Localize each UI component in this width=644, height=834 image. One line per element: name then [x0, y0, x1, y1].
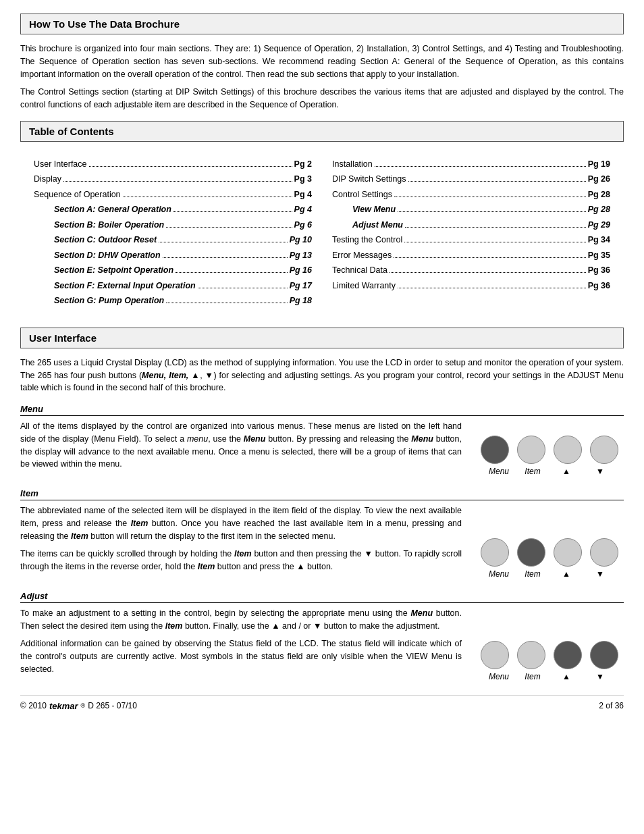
toc-entry-installation: InstallationPg 19	[332, 157, 610, 172]
item-label: Item	[518, 467, 547, 476]
menu-subsection-text: All of the items displayed by the contro…	[20, 420, 462, 476]
up-label-2: ▲	[552, 569, 581, 579]
toc-entry-view-menu: View MenuPg 28	[332, 202, 610, 217]
up-button	[554, 436, 582, 464]
adjust-subsection-text: To make an adjustment to a setting in th…	[20, 607, 462, 681]
up-label: ▲	[552, 467, 581, 476]
item-button	[517, 436, 545, 464]
menu-subsection-content: All of the items displayed by the contro…	[20, 420, 624, 476]
down-label-2: ▼	[586, 569, 614, 579]
menu-label-2: Menu	[485, 569, 513, 579]
down-button-2	[590, 538, 618, 567]
user-interface-section: User Interface The 265 uses a Liquid Cry…	[20, 328, 624, 681]
toc-title: Table of Contents	[20, 121, 624, 142]
toc-entry-technical: Technical DataPg 36	[332, 263, 610, 278]
down-label-3: ▼	[586, 672, 614, 681]
up-button-3	[554, 641, 582, 669]
menu-subsection-visual: Menu Item ▲ ▼	[475, 420, 624, 476]
item-subsection-content: The abbreviated name of the selected ite…	[20, 504, 624, 579]
item-subsection-text: The abbreviated name of the selected ite…	[20, 504, 462, 579]
up-button-2	[554, 538, 582, 567]
adjust-subsection-header: Adjust	[20, 591, 624, 603]
toc-entry-dip: DIP Switch SettingsPg 26	[332, 172, 610, 187]
item-subsection-visual: Menu Item ▲ ▼	[475, 504, 624, 579]
down-label: ▼	[586, 467, 614, 476]
adjust-subsection-visual: Menu Item ▲ ▼	[475, 607, 624, 681]
menu-label-3: Menu	[485, 672, 513, 681]
toc-entry-sequence: Sequence of OperationPg 4	[34, 187, 312, 203]
menu-button	[481, 436, 509, 464]
item-label-3: Item	[518, 672, 547, 681]
menu-button-3	[481, 641, 509, 669]
menu-subsection: Menu All of the items displayed by the c…	[20, 404, 624, 476]
adjust-subsection: Adjust To make an adjustment to a settin…	[20, 591, 624, 681]
how-to-use-title: How To Use The Data Brochure	[20, 14, 624, 34]
menu-button-labels: Menu Item ▲ ▼	[485, 467, 614, 476]
how-to-use-para1: This brochure is organized into four mai…	[20, 43, 624, 80]
down-button	[590, 436, 618, 464]
toc-entry-section-c: Section C: Outdoor ResetPg 10	[34, 232, 312, 248]
toc-entry-section-g: Section G: Pump OperationPg 18	[34, 293, 312, 309]
adjust-button-row	[481, 641, 618, 669]
brand-name: tekmar	[49, 701, 78, 711]
copyright: © 2010	[20, 701, 47, 710]
toc-entry-display: DisplayPg 3	[34, 172, 312, 187]
adjust-button-labels: Menu Item ▲ ▼	[485, 672, 614, 681]
item-subsection-header: Item	[20, 488, 624, 500]
how-to-use-section: How To Use The Data Brochure This brochu…	[20, 14, 624, 111]
item-button-row	[481, 538, 618, 567]
page-number: 2 of 36	[599, 701, 624, 711]
toc-grid: User InterfacePg 2 DisplayPg 3 Sequence …	[20, 150, 624, 315]
menu-button-2	[481, 538, 509, 567]
footer: © 2010 tekmar ® D 265 - 07/10 2 of 36	[20, 695, 624, 711]
user-interface-intro: The 265 uses a Liquid Crystal Display (L…	[20, 357, 624, 394]
toc-entry-error: Error MessagesPg 35	[332, 248, 610, 263]
toc-entry-control-settings: Control SettingsPg 28	[332, 187, 610, 203]
toc-entry-section-d: Section D: DHW OperationPg 13	[34, 248, 312, 263]
toc-entry-testing: Testing the ControlPg 34	[332, 232, 610, 248]
toc-entry-warranty: Limited WarrantyPg 36	[332, 278, 610, 294]
item-subsection: Item The abbreviated name of the selecte…	[20, 488, 624, 579]
adjust-subsection-content: To make an adjustment to a setting in th…	[20, 607, 624, 681]
menu-button-row	[481, 436, 618, 464]
toc-entry-adjust-menu: Adjust MenuPg 29	[332, 217, 610, 233]
toc-left-col: User InterfacePg 2 DisplayPg 3 Sequence …	[34, 157, 312, 309]
user-interface-title: User Interface	[20, 328, 624, 348]
menu-subsection-header: Menu	[20, 404, 624, 416]
item-button-labels: Menu Item ▲ ▼	[485, 569, 614, 579]
item-button-2	[517, 538, 545, 567]
toc-entry-section-a: Section A: General OperationPg 4	[34, 202, 312, 217]
menu-label: Menu	[485, 467, 513, 476]
how-to-use-para2: The Control Settings section (starting a…	[20, 86, 624, 111]
item-label-2: Item	[518, 569, 547, 579]
toc-entry-section-b: Section B: Boiler OperationPg 6	[34, 217, 312, 233]
trademark: ®	[81, 702, 86, 709]
item-button-3	[517, 641, 545, 669]
toc-entry-section-e: Section E: Setpoint OperationPg 16	[34, 263, 312, 278]
down-button-3	[590, 641, 618, 669]
toc-entry-user-interface: User InterfacePg 2	[34, 157, 312, 172]
toc-entry-section-f: Section F: External Input OperationPg 17	[34, 278, 312, 294]
doc-number: D 265 - 07/10	[88, 701, 137, 710]
toc-right-col: InstallationPg 19 DIP Switch SettingsPg …	[332, 157, 610, 309]
toc-section: Table of Contents User InterfacePg 2 Dis…	[20, 121, 624, 315]
footer-left: © 2010 tekmar ® D 265 - 07/10	[20, 701, 137, 711]
up-label-3: ▲	[552, 672, 581, 681]
